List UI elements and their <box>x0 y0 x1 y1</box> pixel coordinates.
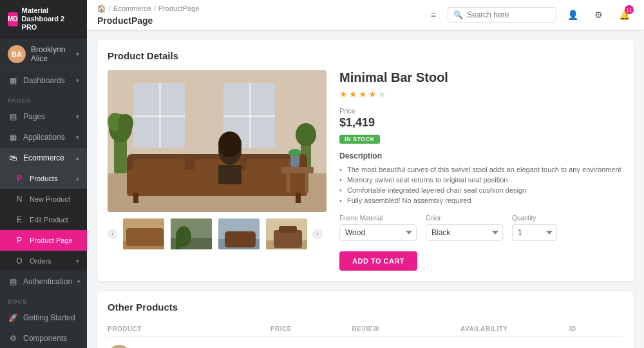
user-profile[interactable]: BA Brooklynn Alice ▾ <box>0 39 87 70</box>
other-products-title: Other Products <box>108 302 623 313</box>
add-to-cart-button[interactable]: ADD TO CART <box>339 251 417 271</box>
frame-material-label: Frame Material <box>339 215 417 222</box>
dashboard-icon: ▦ <box>8 75 18 86</box>
notifications-button[interactable]: 🔔 11 <box>614 5 634 24</box>
star-2: ★ <box>349 89 357 99</box>
sidebar-item-edit-product[interactable]: E Edit Product <box>0 209 87 230</box>
sidebar-item-components[interactable]: ⚙ Components <box>0 328 87 348</box>
other-products-card: Other Products PRODUCT PRICE REVIEW AVAI… <box>97 291 634 348</box>
sidebar-products-submenu: P Products ▴ N New Product E Edit Produc… <box>0 168 87 271</box>
next-thumb-button[interactable]: › <box>312 229 323 239</box>
home-icon: 🏠 <box>97 5 106 13</box>
search-input[interactable] <box>467 10 551 19</box>
svg-rect-42 <box>279 226 297 233</box>
search-box[interactable]: 🔍 <box>448 7 556 23</box>
table-header: PRODUCT PRICE REVIEW AVAILABILITY ID <box>108 322 623 337</box>
topbar-actions: 👤 ⚙ 🔔 11 <box>563 5 634 24</box>
app-logo: MD <box>8 12 18 26</box>
chevron-up-icon: ▴ <box>76 175 79 182</box>
svg-point-43 <box>108 345 131 348</box>
svg-point-13 <box>296 123 316 146</box>
sidebar-item-orders[interactable]: O Orders ▾ <box>0 251 87 271</box>
product-thumb-1 <box>108 345 131 348</box>
sidebar-item-label: Products <box>30 175 71 182</box>
auth-icon: ▤ <box>8 276 18 287</box>
sidebar-item-label: Ecommerce <box>23 153 71 162</box>
sidebar-item-getting-started[interactable]: 🚀 Getting Started <box>0 307 87 328</box>
notification-badge: 11 <box>625 5 634 14</box>
product-cell-1: Christopher Knight Home <box>108 345 270 348</box>
thumbnail-3[interactable] <box>217 217 261 251</box>
sidebar-item-label: Product Page <box>30 237 79 244</box>
col-header-product: PRODUCT <box>108 325 270 333</box>
sidebar-item-ecommerce[interactable]: 🛍 Ecommerce ▴ <box>0 148 87 168</box>
svg-rect-31 <box>126 228 164 246</box>
sidebar-item-label: Components <box>23 334 79 343</box>
table-row: Christopher Knight Home $89.93 ★ ★ ★ ★ ★ <box>108 340 623 348</box>
settings-button[interactable]: ⚙ <box>589 5 608 24</box>
content-area: Product Details <box>87 30 644 348</box>
menu-icon[interactable]: ≡ <box>431 10 436 20</box>
sidebar: MD Material Dashboard 2 PRO BA Brooklynn… <box>0 0 87 348</box>
sidebar-item-label: Authentication <box>23 277 72 286</box>
topbar: 🏠 / Ecommerce / ProductPage ProductPage … <box>87 0 644 30</box>
avatar: BA <box>8 45 26 63</box>
sidebar-item-label: Dashboards <box>23 76 71 85</box>
person-button[interactable]: 👤 <box>563 5 582 24</box>
price-label: Price <box>339 107 623 115</box>
chevron-down-icon: ▾ <box>76 50 79 57</box>
quantity-select[interactable]: 1 <box>512 224 557 241</box>
chevron-up-icon: ▴ <box>76 155 79 161</box>
sidebar-item-pages[interactable]: ▤ Pages ▾ <box>0 106 87 127</box>
breadcrumb: 🏠 / Ecommerce / ProductPage ProductPage <box>97 5 424 26</box>
sidebar-item-label: Pages <box>23 112 71 121</box>
sidebar-item-dashboards[interactable]: ▦ Dashboards ▾ <box>0 70 87 91</box>
star-1: ★ <box>339 89 348 99</box>
section-label-pages: PAGES <box>0 91 87 106</box>
product-options: Frame Material Wood Color Black <box>339 215 623 241</box>
product-layout: ‹ <box>108 70 623 271</box>
product-page-icon: P <box>14 235 24 246</box>
svg-rect-35 <box>176 235 181 251</box>
product-details-title: Product Details <box>108 50 623 61</box>
app-name: Material Dashboard 2 PRO <box>22 6 79 32</box>
product-info: Minimal Bar Stool ★ ★ ★ ★ ★ Price $1,419… <box>339 70 623 271</box>
thumbnail-1[interactable] <box>122 217 166 251</box>
svg-point-21 <box>218 131 242 157</box>
svg-rect-26 <box>305 173 308 193</box>
edit-product-icon: E <box>14 215 24 225</box>
svg-rect-20 <box>218 165 242 184</box>
applications-icon: ▦ <box>8 132 18 142</box>
sidebar-item-new-product[interactable]: N New Product <box>0 189 87 209</box>
new-product-icon: N <box>14 194 24 204</box>
frame-material-group: Frame Material Wood <box>339 215 417 241</box>
main-area: 🏠 / Ecommerce / ProductPage ProductPage … <box>87 0 644 348</box>
product-details-card: Product Details <box>97 40 634 281</box>
main-product-image <box>108 70 327 212</box>
thumbnail-2[interactable] <box>169 217 213 251</box>
ecommerce-icon: 🛍 <box>8 153 18 163</box>
color-label: Color <box>426 215 503 222</box>
sidebar-item-authentication[interactable]: ▤ Authentication ▾ <box>0 271 87 292</box>
frame-material-select[interactable]: Wood <box>339 224 417 241</box>
sidebar-item-label: Orders <box>30 257 71 265</box>
user-name: Brooklynn Alice <box>31 45 71 63</box>
prev-thumb-button[interactable]: ‹ <box>108 229 118 239</box>
sidebar-item-applications[interactable]: ▦ Applications ▾ <box>0 127 87 148</box>
color-group: Color Black <box>426 215 503 241</box>
svg-rect-38 <box>225 231 256 247</box>
description-title: Description <box>339 151 623 160</box>
gear-icon: ⚙ <box>594 10 603 20</box>
getting-started-icon: 🚀 <box>8 313 18 323</box>
color-select[interactable]: Black <box>426 224 503 241</box>
chevron-down-icon: ▾ <box>77 278 80 285</box>
sidebar-item-product-page[interactable]: P Product Page <box>0 230 87 251</box>
thumbnail-4[interactable] <box>265 217 308 251</box>
svg-rect-4 <box>133 115 185 117</box>
room-scene-svg <box>108 70 327 212</box>
sidebar-item-products[interactable]: P Products ▴ <box>0 168 87 189</box>
person-icon: 👤 <box>567 10 578 20</box>
svg-rect-25 <box>287 173 290 193</box>
col-header-review: REVIEW <box>352 325 460 333</box>
price-value: $1,419 <box>339 116 623 130</box>
